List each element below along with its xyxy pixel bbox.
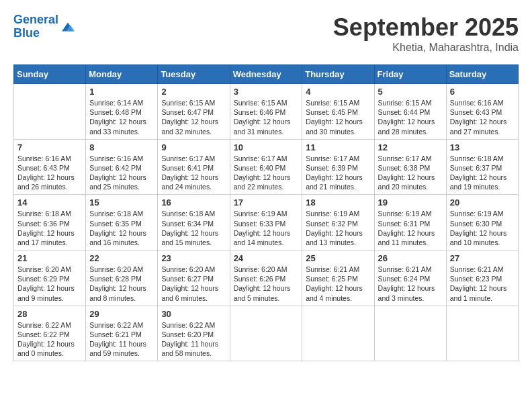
cell-info: Sunrise: 6:21 AM Sunset: 6:24 PM Dayligh… [378,265,443,303]
day-number: 15 [89,197,154,208]
calendar-cell: 13Sunrise: 6:18 AM Sunset: 6:37 PM Dayli… [446,139,518,195]
week-row-4: 21Sunrise: 6:20 AM Sunset: 6:29 PM Dayli… [14,250,519,306]
cell-info: Sunrise: 6:16 AM Sunset: 6:42 PM Dayligh… [89,154,154,192]
week-row-5: 28Sunrise: 6:22 AM Sunset: 6:22 PM Dayli… [14,306,519,361]
week-row-2: 7Sunrise: 6:16 AM Sunset: 6:43 PM Daylig… [14,139,519,195]
calendar-cell: 22Sunrise: 6:20 AM Sunset: 6:28 PM Dayli… [86,250,158,306]
location-text: Khetia, Maharashtra, India [333,42,519,54]
calendar-cell: 16Sunrise: 6:18 AM Sunset: 6:34 PM Dayli… [158,195,230,250]
calendar-cell [230,306,302,361]
day-number: 8 [89,142,154,152]
day-number: 1 [89,87,154,97]
cell-info: Sunrise: 6:18 AM Sunset: 6:36 PM Dayligh… [17,209,82,247]
day-number: 25 [306,253,370,263]
day-number: 22 [89,253,154,263]
cell-info: Sunrise: 6:20 AM Sunset: 6:28 PM Dayligh… [89,265,154,303]
calendar-cell: 11Sunrise: 6:17 AM Sunset: 6:39 PM Dayli… [302,139,374,195]
cell-info: Sunrise: 6:19 AM Sunset: 6:30 PM Dayligh… [450,209,515,247]
cell-info: Sunrise: 6:17 AM Sunset: 6:38 PM Dayligh… [378,154,443,192]
day-number: 23 [161,253,226,263]
calendar-cell: 10Sunrise: 6:17 AM Sunset: 6:40 PM Dayli… [230,139,302,195]
cell-info: Sunrise: 6:16 AM Sunset: 6:43 PM Dayligh… [17,154,82,192]
cell-info: Sunrise: 6:15 AM Sunset: 6:44 PM Dayligh… [378,98,443,136]
calendar-cell: 24Sunrise: 6:20 AM Sunset: 6:26 PM Dayli… [230,250,302,306]
calendar-cell: 19Sunrise: 6:19 AM Sunset: 6:31 PM Dayli… [374,195,446,250]
day-number: 16 [161,197,226,208]
week-row-1: 1Sunrise: 6:14 AM Sunset: 6:48 PM Daylig… [14,84,519,140]
logo-general: General [13,13,58,26]
calendar-cell [374,306,446,361]
calendar-cell: 29Sunrise: 6:22 AM Sunset: 6:21 PM Dayli… [86,306,158,361]
calendar-body: 1Sunrise: 6:14 AM Sunset: 6:48 PM Daylig… [14,84,519,361]
day-number: 9 [161,142,226,152]
cell-info: Sunrise: 6:22 AM Sunset: 6:20 PM Dayligh… [161,320,226,359]
day-number: 12 [378,142,443,152]
cell-info: Sunrise: 6:21 AM Sunset: 6:23 PM Dayligh… [450,265,515,303]
day-number: 13 [450,142,515,152]
calendar-cell: 4Sunrise: 6:15 AM Sunset: 6:45 PM Daylig… [302,84,374,140]
calendar-table: SundayMondayTuesdayWednesdayThursdayFrid… [13,64,519,361]
logo-icon [60,20,76,34]
cell-info: Sunrise: 6:15 AM Sunset: 6:46 PM Dayligh… [234,98,299,136]
header-cell-thursday: Thursday [302,65,374,84]
cell-info: Sunrise: 6:22 AM Sunset: 6:21 PM Dayligh… [89,320,154,359]
day-number: 6 [450,87,515,97]
calendar-cell: 21Sunrise: 6:20 AM Sunset: 6:29 PM Dayli… [14,250,86,306]
header-cell-tuesday: Tuesday [158,65,230,84]
header-cell-saturday: Saturday [446,65,518,84]
month-title: September 2025 [333,13,519,42]
day-number: 27 [450,253,515,263]
cell-info: Sunrise: 6:15 AM Sunset: 6:45 PM Dayligh… [306,98,370,136]
header-cell-monday: Monday [86,65,158,84]
calendar-cell [14,84,86,140]
logo-blue: Blue [13,26,40,40]
logo: General Blue [13,13,76,40]
header-cell-sunday: Sunday [14,65,86,84]
calendar-cell: 20Sunrise: 6:19 AM Sunset: 6:30 PM Dayli… [446,195,518,250]
cell-info: Sunrise: 6:18 AM Sunset: 6:35 PM Dayligh… [89,209,154,247]
cell-info: Sunrise: 6:15 AM Sunset: 6:47 PM Dayligh… [161,98,226,136]
cell-info: Sunrise: 6:14 AM Sunset: 6:48 PM Dayligh… [89,98,154,136]
header-cell-friday: Friday [374,65,446,84]
day-number: 19 [378,197,443,208]
cell-info: Sunrise: 6:19 AM Sunset: 6:33 PM Dayligh… [234,209,299,247]
calendar-cell: 30Sunrise: 6:22 AM Sunset: 6:20 PM Dayli… [158,306,230,361]
cell-info: Sunrise: 6:22 AM Sunset: 6:22 PM Dayligh… [17,320,82,359]
calendar-cell: 3Sunrise: 6:15 AM Sunset: 6:46 PM Daylig… [230,84,302,140]
day-number: 4 [306,87,370,97]
cell-info: Sunrise: 6:18 AM Sunset: 6:34 PM Dayligh… [161,209,226,247]
cell-info: Sunrise: 6:18 AM Sunset: 6:37 PM Dayligh… [450,154,515,192]
day-number: 2 [161,87,226,97]
header-cell-wednesday: Wednesday [230,65,302,84]
cell-info: Sunrise: 6:17 AM Sunset: 6:39 PM Dayligh… [306,154,370,192]
day-number: 26 [378,253,443,263]
day-number: 24 [234,253,299,263]
calendar-cell: 15Sunrise: 6:18 AM Sunset: 6:35 PM Dayli… [86,195,158,250]
day-number: 7 [17,142,82,152]
cell-info: Sunrise: 6:17 AM Sunset: 6:40 PM Dayligh… [234,154,299,192]
day-number: 20 [450,197,515,208]
day-number: 21 [17,253,82,263]
calendar-cell: 23Sunrise: 6:20 AM Sunset: 6:27 PM Dayli… [158,250,230,306]
calendar-cell: 26Sunrise: 6:21 AM Sunset: 6:24 PM Dayli… [374,250,446,306]
day-number: 5 [378,87,443,97]
day-number: 18 [306,197,370,208]
calendar-cell: 25Sunrise: 6:21 AM Sunset: 6:25 PM Dayli… [302,250,374,306]
cell-info: Sunrise: 6:21 AM Sunset: 6:25 PM Dayligh… [306,265,370,303]
cell-info: Sunrise: 6:20 AM Sunset: 6:26 PM Dayligh… [234,265,299,303]
day-number: 3 [234,87,299,97]
day-number: 30 [161,309,226,319]
day-number: 28 [17,309,82,319]
day-number: 17 [234,197,299,208]
calendar-cell: 5Sunrise: 6:15 AM Sunset: 6:44 PM Daylig… [374,84,446,140]
week-row-3: 14Sunrise: 6:18 AM Sunset: 6:36 PM Dayli… [14,195,519,250]
day-number: 14 [17,197,82,208]
calendar-cell: 6Sunrise: 6:16 AM Sunset: 6:43 PM Daylig… [446,84,518,140]
calendar-cell: 1Sunrise: 6:14 AM Sunset: 6:48 PM Daylig… [86,84,158,140]
day-number: 10 [234,142,299,152]
day-number: 11 [306,142,370,152]
day-number: 29 [89,309,154,319]
page-header: General Blue September 2025 Khetia, Maha… [13,13,519,54]
calendar-cell: 14Sunrise: 6:18 AM Sunset: 6:36 PM Dayli… [14,195,86,250]
cell-info: Sunrise: 6:19 AM Sunset: 6:32 PM Dayligh… [306,209,370,247]
